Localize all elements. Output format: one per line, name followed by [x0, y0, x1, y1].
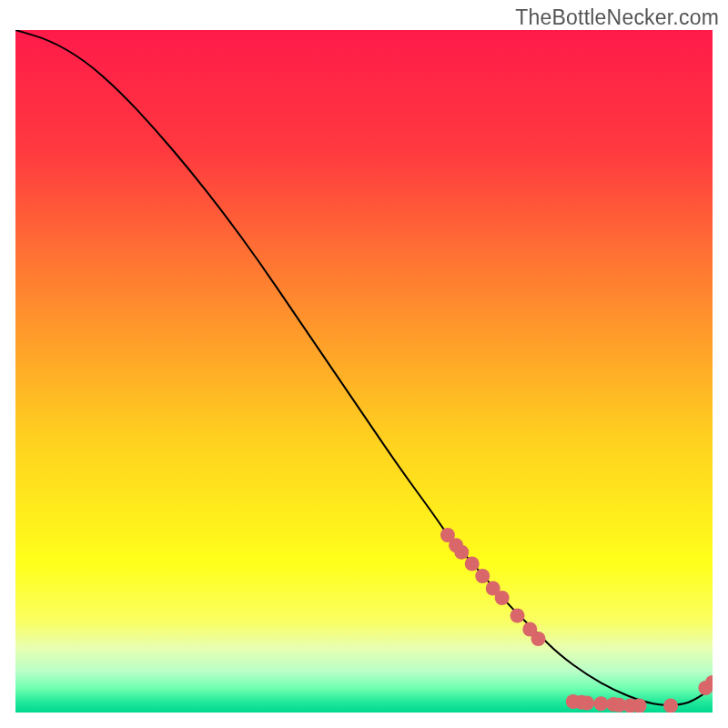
data-point — [663, 699, 678, 713]
data-point — [454, 545, 469, 560]
data-point — [593, 696, 608, 711]
chart-container: TheBottleNecker.com — [0, 0, 728, 728]
bottleneck-curve — [15, 30, 713, 705]
data-point — [531, 632, 546, 646]
data-point — [580, 696, 594, 711]
data-point — [495, 591, 510, 605]
data-point — [511, 609, 525, 623]
data-point — [475, 569, 490, 583]
data-point — [632, 699, 647, 713]
watermark-text: TheBottleNecker.com — [515, 5, 719, 30]
plot-area — [15, 30, 713, 713]
data-point — [465, 557, 480, 571]
chart-svg — [15, 30, 713, 713]
data-points-group — [440, 528, 713, 713]
